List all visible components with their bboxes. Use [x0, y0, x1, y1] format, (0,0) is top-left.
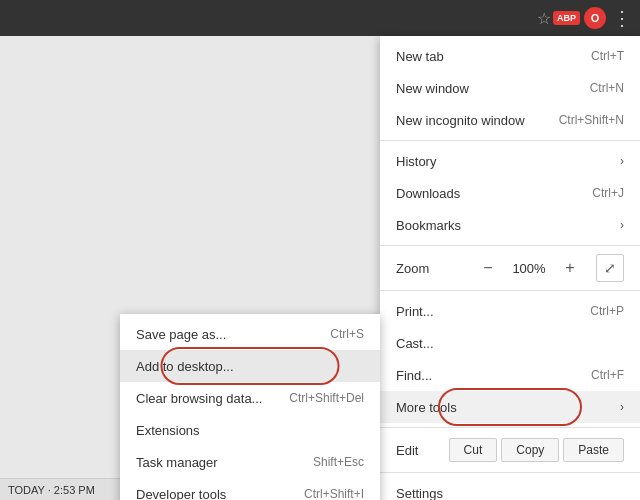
bookmarks-arrow-icon: ›: [620, 218, 624, 232]
history-arrow-icon: ›: [620, 154, 624, 168]
menu-item-new-tab[interactable]: New tab Ctrl+T: [380, 40, 640, 72]
browser-toolbar: ☆ ABP O ⋮: [0, 0, 640, 36]
edit-row: Edit Cut Copy Paste: [380, 432, 640, 468]
abp-icon[interactable]: ABP: [553, 11, 580, 25]
menu-item-history[interactable]: History ›: [380, 145, 640, 177]
zoom-row: Zoom − 100% + ⤢: [380, 250, 640, 286]
chrome-menu: New tab Ctrl+T New window Ctrl+N New inc…: [380, 36, 640, 500]
divider-4: [380, 427, 640, 428]
menu-item-cast[interactable]: Cast...: [380, 327, 640, 359]
paste-button[interactable]: Paste: [563, 438, 624, 462]
submenu-item-save-page[interactable]: Save page as... Ctrl+S: [120, 318, 380, 350]
profile-icon[interactable]: O: [584, 7, 606, 29]
zoom-fullscreen-button[interactable]: ⤢: [596, 254, 624, 282]
submenu-item-clear-browsing[interactable]: Clear browsing data... Ctrl+Shift+Del: [120, 382, 380, 414]
status-bar: TODAY · 2:53 PM: [0, 478, 130, 500]
more-tools-submenu: Save page as... Ctrl+S Add to desktop...…: [120, 314, 380, 500]
submenu-item-add-desktop[interactable]: Add to desktop...: [120, 350, 380, 382]
menu-item-bookmarks[interactable]: Bookmarks ›: [380, 209, 640, 241]
copy-button[interactable]: Copy: [501, 438, 559, 462]
divider-1: [380, 140, 640, 141]
submenu-item-task-manager[interactable]: Task manager Shift+Esc: [120, 446, 380, 478]
menu-icon[interactable]: ⋮: [608, 4, 636, 32]
menu-item-find[interactable]: Find... Ctrl+F: [380, 359, 640, 391]
menu-item-new-incognito[interactable]: New incognito window Ctrl+Shift+N: [380, 104, 640, 136]
submenu-item-developer-tools[interactable]: Developer tools Ctrl+Shift+I: [120, 478, 380, 500]
zoom-minus-button[interactable]: −: [474, 254, 502, 282]
submenu-item-extensions[interactable]: Extensions: [120, 414, 380, 446]
menu-item-more-tools[interactable]: More tools ›: [380, 391, 640, 423]
menu-item-new-window[interactable]: New window Ctrl+N: [380, 72, 640, 104]
divider-5: [380, 472, 640, 473]
menu-item-print[interactable]: Print... Ctrl+P: [380, 295, 640, 327]
zoom-value: 100%: [510, 261, 548, 276]
main-content: New tab Ctrl+T New window Ctrl+N New inc…: [0, 36, 640, 500]
zoom-plus-button[interactable]: +: [556, 254, 584, 282]
divider-3: [380, 290, 640, 291]
divider-2: [380, 245, 640, 246]
more-tools-arrow-icon: ›: [620, 400, 624, 414]
cut-button[interactable]: Cut: [449, 438, 498, 462]
menu-item-settings[interactable]: Settings: [380, 477, 640, 500]
star-icon[interactable]: ☆: [537, 9, 551, 28]
menu-item-downloads[interactable]: Downloads Ctrl+J: [380, 177, 640, 209]
status-text: TODAY · 2:53 PM: [8, 484, 95, 496]
